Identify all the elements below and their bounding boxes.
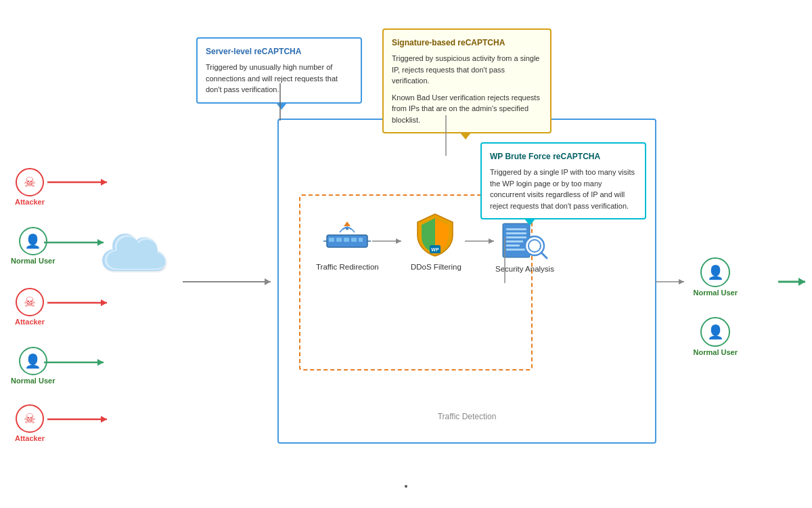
bottom-dot bbox=[405, 485, 407, 488]
normal-icon-1: 👤 bbox=[19, 227, 47, 255]
flow-arrow-1 bbox=[372, 240, 409, 242]
attacker-icon-1: ☠ bbox=[16, 168, 44, 196]
server-recaptcha-connector bbox=[279, 83, 281, 124]
normal-icon-2: 👤 bbox=[19, 347, 47, 375]
signature-recaptcha-text1: Triggered by suspicious activity from a … bbox=[392, 53, 542, 87]
normal-label-2: Normal User bbox=[11, 377, 55, 385]
attacker-label-3: Attacker bbox=[15, 434, 45, 442]
normal-label-1: Normal User bbox=[11, 257, 55, 265]
svg-marker-19 bbox=[344, 221, 351, 226]
wp-brute-force-connector bbox=[504, 237, 505, 288]
signature-recaptcha-title: Signature-based reCAPTCHA bbox=[392, 37, 542, 49]
security-analysis-icon bbox=[499, 220, 550, 261]
svg-rect-14 bbox=[336, 238, 342, 242]
attacker-arrow-3 bbox=[47, 419, 115, 420]
signature-recaptcha-text2: Known Bad User verification rejects requ… bbox=[392, 92, 542, 126]
traffic-detection-label: Traffic Detection bbox=[438, 410, 497, 422]
svg-rect-17 bbox=[359, 238, 363, 242]
attacker-arrow-1 bbox=[47, 182, 115, 183]
actor-attacker-3: ☠ Attacker bbox=[15, 404, 45, 442]
svg-rect-30 bbox=[506, 232, 526, 234]
normal-icon-right-1: 👤 bbox=[700, 257, 730, 287]
attacker-icon-2: ☠ bbox=[16, 288, 44, 316]
traffic-redirection-label: Traffic Redirection bbox=[316, 263, 379, 271]
signature-recaptcha-connector bbox=[445, 115, 447, 159]
ddos-filtering-icon: WP bbox=[412, 211, 458, 257]
attacker-arrow-2 bbox=[47, 302, 115, 303]
svg-rect-34 bbox=[506, 249, 525, 251]
svg-rect-32 bbox=[506, 240, 523, 242]
svg-rect-13 bbox=[329, 238, 334, 242]
ddos-filtering-component: WP DDoS Filtering bbox=[411, 211, 461, 271]
final-arrow bbox=[778, 281, 812, 282]
svg-marker-5 bbox=[101, 416, 107, 423]
traffic-redirection-icon bbox=[323, 221, 371, 259]
ddos-filtering-label: DDoS Filtering bbox=[411, 263, 461, 271]
svg-rect-31 bbox=[506, 236, 526, 238]
cloud-icon bbox=[95, 229, 176, 286]
normal-label-right-1: Normal User bbox=[694, 289, 738, 297]
server-recaptcha-title: Server-level reCAPTCHA bbox=[206, 45, 353, 58]
traffic-redirection-component: Traffic Redirection bbox=[316, 221, 379, 271]
wp-brute-force-tooltip: WP Brute Force reCAPTCHA Triggered by a … bbox=[480, 142, 646, 219]
attacker-label-1: Attacker bbox=[15, 198, 45, 206]
svg-rect-29 bbox=[506, 228, 526, 230]
actor-normal-2: 👤 Normal User bbox=[11, 347, 55, 385]
actor-normal-right-1: 👤 Normal User bbox=[694, 257, 738, 297]
svg-rect-33 bbox=[506, 245, 520, 247]
cloud-to-box-arrow bbox=[183, 281, 281, 282]
diagram-area: ☠ Attacker 👤 Normal User ☠ Attacker 👤 No… bbox=[0, 0, 812, 508]
svg-marker-41 bbox=[798, 278, 805, 286]
attacker-icon-3: ☠ bbox=[16, 404, 44, 433]
actor-attacker-1: ☠ Attacker bbox=[15, 168, 45, 206]
actor-attacker-2: ☠ Attacker bbox=[15, 288, 45, 326]
normal-label-right-2: Normal User bbox=[694, 348, 738, 356]
signature-recaptcha-tooltip: Signature-based reCAPTCHA Triggered by s… bbox=[382, 28, 551, 133]
wp-brute-force-text: Triggered by a single IP with too many v… bbox=[490, 167, 637, 211]
svg-text:WP: WP bbox=[432, 247, 440, 252]
attacker-label-2: Attacker bbox=[15, 318, 45, 326]
svg-rect-16 bbox=[351, 238, 357, 242]
normal-arrow-2 bbox=[44, 362, 112, 363]
svg-line-37 bbox=[541, 253, 547, 258]
svg-rect-15 bbox=[344, 238, 349, 242]
svg-marker-1 bbox=[101, 179, 107, 186]
actor-normal-right-2: 👤 Normal User bbox=[694, 317, 738, 356]
svg-marker-11 bbox=[265, 278, 271, 285]
normal-icon-right-2: 👤 bbox=[700, 317, 730, 347]
svg-marker-39 bbox=[679, 279, 684, 284]
svg-marker-3 bbox=[101, 299, 107, 306]
box-to-right-arrow bbox=[655, 281, 692, 282]
svg-marker-9 bbox=[97, 359, 104, 366]
actor-normal-1: 👤 Normal User bbox=[11, 227, 55, 265]
cloud-svg bbox=[95, 229, 176, 283]
wp-brute-force-title: WP Brute Force reCAPTCHA bbox=[490, 150, 637, 163]
